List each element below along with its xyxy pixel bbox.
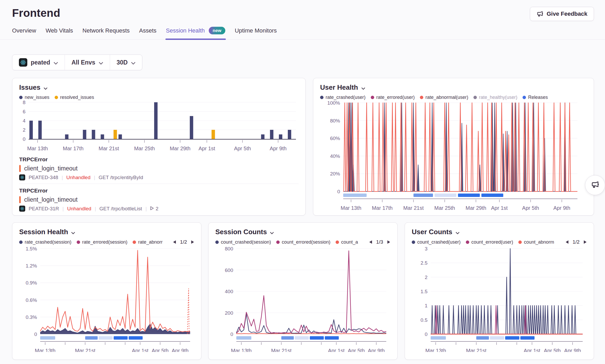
environment-selector[interactable]: All Envs	[65, 55, 110, 70]
pager-label: 1/2	[180, 239, 187, 245]
legend-item[interactable]: count_crashed(session)	[215, 239, 271, 245]
svg-text:0: 0	[337, 189, 340, 194]
unhandled-tag: Unhandled	[67, 206, 91, 212]
svg-text:Mar 21st: Mar 21st	[403, 205, 424, 211]
issue-message: client_login_timeout	[24, 165, 77, 172]
svg-text:200: 200	[225, 310, 233, 316]
series-dot	[336, 240, 339, 244]
svg-text:Apr 9th: Apr 9th	[368, 348, 385, 352]
issues-panel-title[interactable]: Issues	[19, 83, 299, 92]
series-dot	[371, 96, 374, 99]
series-dot	[215, 240, 219, 244]
svg-text:Apr 9th: Apr 9th	[553, 205, 570, 211]
legend-item[interactable]: rate_abnormal(user)	[420, 95, 468, 100]
svg-text:Mar 29th: Mar 29th	[466, 205, 486, 211]
legend-item[interactable]: rate_crashed(user)	[320, 95, 366, 100]
pager-prev-button[interactable]	[173, 240, 176, 244]
session-health-legend: rate_crashed(session) rate_errored(sessi…	[19, 239, 194, 245]
series-dot	[133, 240, 136, 244]
legend-item[interactable]: resolved_issues	[55, 95, 94, 100]
series-dot	[412, 240, 415, 244]
legend-item[interactable]: count_abnorm	[518, 239, 554, 245]
svg-text:20%: 20%	[330, 171, 340, 176]
session-counts-panel: Session Counts count_crashed(session) co…	[208, 222, 398, 360]
legend-item[interactable]: rate_errored(session)	[77, 239, 127, 245]
pager-next-button[interactable]	[191, 240, 194, 244]
svg-text:1.2%: 1.2%	[26, 263, 37, 269]
svg-text:Apr 9th: Apr 9th	[564, 348, 581, 352]
legend-item[interactable]: count_a	[336, 239, 358, 245]
date-range-selector[interactable]: 30D	[110, 55, 142, 70]
svg-text:0: 0	[34, 331, 37, 337]
svg-text:Apr 1st: Apr 1st	[328, 348, 345, 352]
pager-label: 1/3	[376, 239, 383, 245]
issue-short-id: PEATED-348	[29, 175, 58, 180]
replay-count[interactable]: 2	[150, 206, 159, 212]
legend-item[interactable]: rate_crashed(session)	[19, 239, 71, 245]
chevron-down-icon	[71, 228, 75, 236]
tab-bar: Overview Web Vitals Network Requests Ass…	[0, 27, 605, 40]
series-dot	[518, 240, 522, 244]
chevron-down-icon	[54, 59, 58, 66]
tab-overview[interactable]: Overview	[12, 27, 36, 39]
tab-web-vitals[interactable]: Web Vitals	[46, 27, 73, 39]
page-title: Frontend	[12, 7, 60, 19]
session-counts-legend: count_crashed(session) count_errored(ses…	[215, 239, 390, 245]
svg-text:Apr 1st: Apr 1st	[199, 146, 215, 151]
svg-text:0: 0	[425, 331, 427, 337]
svg-text:Mar 13th: Mar 13th	[231, 348, 252, 352]
chevron-down-icon	[456, 228, 460, 236]
series-dot	[523, 96, 526, 99]
tab-uptime-monitors[interactable]: Uptime Monitors	[235, 27, 277, 39]
svg-text:Mar 21st: Mar 21st	[98, 146, 119, 151]
svg-text:0: 0	[230, 331, 233, 337]
session-health-panel-title[interactable]: Session Health	[19, 228, 194, 236]
user-health-chart[interactable]: 020%40%60%80%100%Mar 13thMar 17thMar 21s…	[320, 100, 587, 212]
legend-item[interactable]: count_crashed(user)	[412, 239, 461, 245]
svg-text:Mar 17th: Mar 17th	[372, 205, 393, 211]
chevron-down-icon	[44, 83, 48, 92]
series-dot	[55, 96, 58, 99]
session-counts-panel-title[interactable]: Session Counts	[215, 228, 390, 236]
user-counts-panel-title[interactable]: User Counts	[412, 228, 587, 236]
pager-next-button[interactable]	[583, 240, 587, 244]
legend-item[interactable]: count_errored(user)	[466, 239, 513, 245]
environment-value: All Envs	[71, 59, 95, 66]
legend-item[interactable]: rate_errored(user)	[371, 95, 415, 100]
issues-panel: Issues new_issues resolved_issues 02468M…	[12, 78, 306, 216]
issue-row[interactable]: TRPCError client_login_timeout PEATED-31…	[19, 184, 299, 215]
tab-assets[interactable]: Assets	[139, 27, 157, 39]
tab-session-health[interactable]: Session Health new	[166, 27, 225, 39]
issue-short-id: PEATED-31R	[29, 206, 59, 212]
svg-text:3: 3	[425, 246, 427, 251]
session-health-chart[interactable]: 00.3%0.6%0.9%1.2%1.5%Mar 13thMar 21stApr…	[19, 245, 194, 352]
legend-item[interactable]: count_errored(session)	[276, 239, 330, 245]
pager-prev-button[interactable]	[369, 240, 372, 244]
svg-text:40%: 40%	[330, 153, 340, 159]
legend-item[interactable]: rate_abnorr	[133, 239, 163, 245]
legend-item[interactable]: new_issues	[19, 95, 49, 100]
give-feedback-button[interactable]: Give Feedback	[530, 7, 594, 21]
svg-text:6: 6	[23, 109, 25, 114]
svg-text:2: 2	[425, 275, 427, 280]
user-health-panel-title[interactable]: User Health	[320, 83, 587, 92]
user-counts-chart[interactable]: 00.511.522.53Mar 13thMar 21stApr 1stApr …	[412, 245, 587, 352]
svg-text:Apr 5th: Apr 5th	[234, 146, 251, 151]
issues-legend: new_issues resolved_issues	[19, 95, 299, 100]
unhandled-tag: Unhandled	[66, 175, 91, 180]
issue-row[interactable]: TRPCError client_login_timeout PEATED-34…	[19, 153, 299, 184]
floating-feedback-button[interactable]	[585, 175, 605, 195]
svg-text:0.5: 0.5	[421, 317, 427, 323]
project-selector[interactable]: peated	[12, 55, 65, 70]
legend-item-disabled[interactable]: rate_healthy(user)	[473, 95, 517, 100]
issues-bar-chart[interactable]: 02468Mar 13thMar 17thMar 21stMar 25thMar…	[19, 100, 299, 153]
svg-text:0: 0	[23, 136, 25, 142]
pager-prev-button[interactable]	[565, 240, 569, 244]
page-header: Frontend Give Feedback	[0, 0, 605, 21]
tab-network-requests[interactable]: Network Requests	[82, 27, 130, 39]
pager-next-button[interactable]	[387, 240, 390, 244]
session-counts-chart[interactable]: 0200400600800Mar 13thMar 21stApr 1stApr …	[215, 245, 390, 352]
svg-text:Apr 5th: Apr 5th	[348, 348, 365, 352]
svg-text:Mar 13th: Mar 13th	[341, 205, 361, 211]
legend-item-releases[interactable]: Releases	[523, 95, 548, 100]
